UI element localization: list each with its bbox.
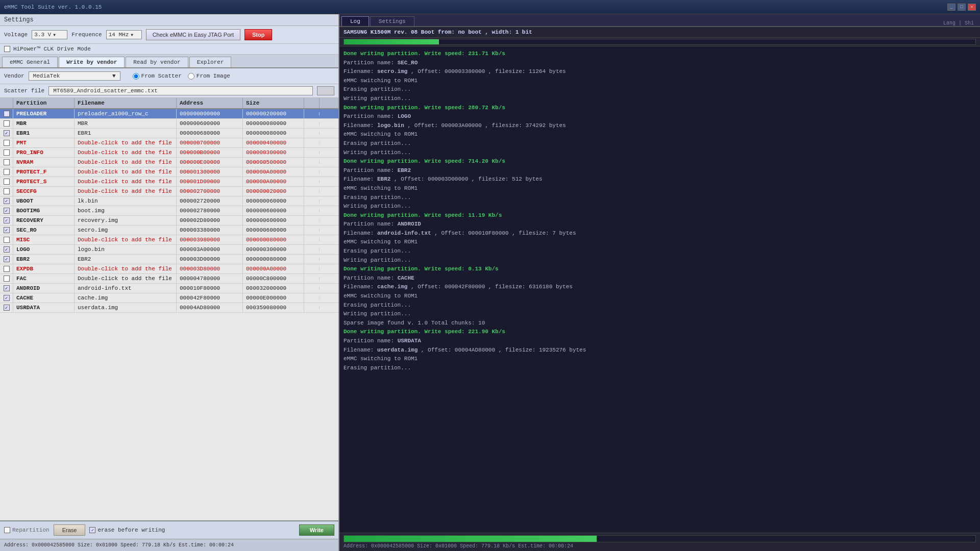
table-row[interactable]: PMTDouble-click to add the file000000700… (0, 138, 338, 148)
stop-button[interactable]: Stop (244, 29, 272, 40)
device-info-bar: SAMSUNG K1500M rev. 08 Boot from: no boo… (339, 27, 980, 38)
log-line: Done writing partition. Write speed: 280… (344, 104, 976, 113)
row-checkbox-cell: ✓ (0, 255, 13, 264)
row-checkbox-cell (0, 167, 13, 177)
write-button[interactable]: Write (299, 524, 334, 536)
row-scroll-space (304, 199, 320, 203)
row-checkbox[interactable]: ✓ (4, 111, 10, 117)
table-row[interactable]: ✓ANDROIDandroid-info.txt000010F800000000… (0, 284, 338, 293)
log-line: Writing partition... (344, 310, 976, 319)
hipower-checkbox[interactable] (4, 46, 10, 52)
row-checkbox[interactable]: ✓ (4, 208, 10, 214)
table-row[interactable]: MBRMBR000000600000000000080000 (0, 119, 338, 129)
hipower-row: HiPower™ CLK Drive Mode (0, 44, 338, 55)
row-filename: boot.img (75, 206, 177, 215)
erase-button[interactable]: Erase (54, 524, 86, 536)
minimize-button[interactable]: _ (947, 4, 955, 11)
row-checkbox[interactable] (4, 276, 10, 282)
device-info-text: SAMSUNG K1500M rev. 08 Boot from: no boo… (344, 29, 532, 35)
voltage-dropdown[interactable]: 3.3 V ▼ (32, 30, 67, 39)
table-row[interactable]: MISCDouble-click to add the file00000398… (0, 235, 338, 245)
row-filename: Double-click to add the file (75, 235, 177, 244)
table-row[interactable]: ✓EBR2EBR2000003D00000000000080000 (0, 255, 338, 264)
row-checkbox[interactable]: ✓ (4, 295, 10, 301)
row-checkbox[interactable]: ✓ (4, 227, 10, 233)
close-button[interactable]: ✕ (968, 4, 976, 11)
maximize-button[interactable]: □ (958, 4, 966, 11)
row-checkbox[interactable] (4, 149, 10, 156)
table-row[interactable]: ✓RECOVERYrecovery.img000002D800000000006… (0, 216, 338, 226)
erase-before-checkbox[interactable]: ✓ (89, 527, 95, 533)
tab-settings[interactable]: Settings (370, 16, 414, 26)
lang-bar: Lang | Shi (943, 20, 978, 26)
row-checkbox[interactable]: ✓ (4, 198, 10, 204)
row-checkbox[interactable] (4, 159, 10, 165)
vendor-dropdown[interactable]: MediaTek ▼ (29, 71, 120, 81)
table-row[interactable]: PRO_INFODouble-click to add the file0000… (0, 148, 338, 158)
row-filename: preloader_a1000_row_c (75, 109, 177, 118)
row-checkbox[interactable] (4, 120, 10, 127)
table-row[interactable]: ✓BOOTIMGboot.img000002780000000000600000 (0, 206, 338, 216)
table-row[interactable]: ✓PRELOADERpreloader_a1000_row_c000000000… (0, 109, 338, 119)
log-line: Partition name: USRDATA (344, 337, 976, 346)
row-partition-name: BOOTIMG (13, 206, 75, 215)
table-row[interactable]: PROTECT_SDouble-click to add the file000… (0, 177, 338, 187)
browse-button[interactable]: ... (317, 86, 334, 95)
row-filename: Double-click to add the file (75, 274, 177, 283)
table-row[interactable]: ✓LOGOlogo.bin000003A00000000000300000 (0, 245, 338, 255)
row-checkbox[interactable] (4, 188, 10, 194)
table-row[interactable]: SECCFGDouble-click to add the file000002… (0, 187, 338, 196)
from-scatter-input[interactable] (133, 73, 139, 80)
from-scatter-radio[interactable]: From Scatter (133, 73, 182, 80)
tab-read-vendor[interactable]: Read by vendor (126, 57, 188, 67)
row-checkbox[interactable] (4, 237, 10, 243)
header-filename: Filename (75, 98, 177, 108)
row-checkbox[interactable]: ✓ (4, 285, 10, 291)
vendor-arrow-icon: ▼ (112, 73, 116, 79)
tab-log[interactable]: Log (341, 16, 369, 26)
log-line: Done writing partition. Write speed: 714… (344, 157, 976, 166)
table-row[interactable]: NVRAMDouble-click to add the file000000E… (0, 158, 338, 167)
table-row[interactable]: EXPDBDouble-click to add the file000003D… (0, 264, 338, 274)
row-address: 000000680000 (177, 129, 243, 138)
row-checkbox[interactable] (4, 140, 10, 146)
row-address: 000000000000 (177, 109, 243, 118)
row-partition-name: EBR2 (13, 255, 75, 264)
status-text: Address: 0x000042585000 Size: 0x01000 Sp… (4, 542, 234, 548)
from-image-radio[interactable]: From Image (188, 73, 230, 80)
progress-fill (344, 536, 597, 542)
row-checkbox[interactable]: ✓ (4, 246, 10, 253)
table-row[interactable]: ✓CACHEcache.img000042F8000000000E000000 (0, 293, 338, 303)
repartition-text: Repartition (12, 527, 50, 533)
table-row[interactable]: ✓USRDATAuserdata.img00004AD8000000035908… (0, 303, 338, 313)
table-row[interactable]: ✓EBR1EBR1000000680000000000080000 (0, 129, 338, 138)
table-row[interactable]: PROTECT_FDouble-click to add the file000… (0, 167, 338, 177)
tab-explorer[interactable]: Explorer (189, 57, 232, 67)
check-emmc-button[interactable]: Check eMMC in Easy JTAG Port (146, 29, 240, 40)
row-checkbox[interactable] (4, 169, 10, 175)
erase-before-label: ✓ erase before writing (89, 527, 165, 533)
main-container: Settings Voltage 3.3 V ▼ Frequence 14 MH… (0, 14, 980, 551)
row-partition-name: LOGO (13, 245, 75, 254)
log-area[interactable]: Done writing partition. Write speed: 231… (339, 46, 980, 533)
frequence-value: 14 MHz (109, 32, 129, 38)
row-checkbox[interactable]: ✓ (4, 130, 10, 136)
table-row[interactable]: ✓SEC_ROsecro.img000003380000000000600000 (0, 226, 338, 235)
row-checkbox[interactable]: ✓ (4, 217, 10, 223)
row-filename: EBR1 (75, 129, 177, 138)
row-checkbox[interactable]: ✓ (4, 305, 10, 311)
table-row[interactable]: ✓UBOOTlk.bin000002720000000000060000 (0, 196, 338, 206)
row-partition-name: PROTECT_F (13, 167, 75, 177)
row-scroll-space (304, 277, 320, 280)
from-image-input[interactable] (188, 73, 194, 80)
row-partition-name: MISC (13, 235, 75, 244)
row-checkbox[interactable]: ✓ (4, 256, 10, 262)
frequence-dropdown[interactable]: 14 MHz ▼ (106, 30, 142, 39)
tab-emmc-general[interactable]: eMMC General (2, 57, 58, 67)
table-row[interactable]: FACDouble-click to add the file000004780… (0, 274, 338, 284)
repartition-checkbox[interactable] (4, 527, 10, 533)
row-checkbox[interactable] (4, 266, 10, 272)
window-controls[interactable]: _ □ ✕ (947, 4, 976, 11)
row-checkbox[interactable] (4, 179, 10, 185)
tab-write-vendor[interactable]: Write by vendor (59, 57, 125, 67)
